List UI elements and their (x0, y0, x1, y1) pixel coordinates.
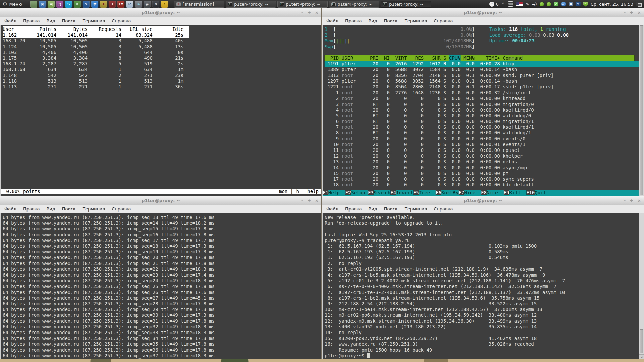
close-button[interactable]: × (315, 196, 319, 205)
menu-item[interactable]: Правка (23, 18, 40, 23)
menu-item[interactable]: Поиск (384, 18, 398, 23)
resize-grip[interactable]: ◢ (639, 354, 644, 359)
keyboard-layout-us-flag[interactable] (516, 2, 523, 6)
minimize-button[interactable]: – (624, 196, 626, 205)
menu-item[interactable]: Терминал (83, 206, 105, 212)
scrollbar-thumb[interactable] (640, 329, 643, 353)
sync-status-icon[interactable]: ✓ (561, 2, 566, 6)
skype-status-icon[interactable]: ✓ (554, 2, 558, 6)
chromium-icon[interactable] (569, 2, 573, 6)
launcher-filezilla[interactable]: Fz (117, 1, 124, 8)
scrollbar[interactable] (639, 213, 644, 359)
fkey-button-f10[interactable]: F10Quit (526, 190, 552, 196)
taskbar-button[interactable]: >p1ter@proxy: ~ (381, 1, 431, 8)
maximize-button[interactable]: + (630, 8, 633, 17)
maximize-button[interactable]: + (307, 196, 311, 205)
maximize-button[interactable]: + (307, 8, 311, 17)
fkey-button-f4[interactable]: F4Invert (390, 190, 413, 196)
close-button[interactable]: × (637, 8, 641, 17)
launcher-file-manager[interactable]: ▣ (48, 1, 55, 8)
shield-status-icon[interactable]: ✓ (583, 2, 588, 7)
chevron-up-icon[interactable]: ⌃ (501, 2, 505, 7)
process-row[interactable]: 15 root 20 0 0 0 0 S 0.0 0.0 0:00.00 pm (325, 171, 639, 176)
notification-count[interactable]: 6 (496, 2, 498, 7)
process-row[interactable]: 13 root 20 0 0 0 0 S 0.0 0.0 0:00.00 net… (325, 159, 639, 165)
taskbar-button[interactable]: >p1ter@proxy: ~ (277, 1, 328, 8)
minimize-button[interactable]: – (301, 8, 304, 17)
process-row[interactable]: 8 root RT 0 0 0 0 S 0.0 0.0 0:00.00 watc… (325, 130, 639, 136)
menu-item[interactable]: Файл (4, 18, 16, 23)
menu-item[interactable]: Терминал (83, 18, 105, 23)
launcher-postgresql[interactable]: P (126, 1, 133, 8)
process-row[interactable]: 6 root RT 0 0 0 0 S 0.0 0.0 0:00.00 migr… (325, 119, 639, 124)
fkey-button-f8[interactable]: F8Nice + (481, 190, 503, 196)
fkey-button-f5[interactable]: F5Tree (413, 190, 436, 196)
fkey-button-f7[interactable]: F7Nice - (459, 190, 481, 196)
process-row[interactable]: 9 root 20 0 0 0 0 S 0.0 0.0 0:00.00 even… (325, 136, 639, 142)
launcher-remote-viewer[interactable]: ✎ (83, 1, 90, 8)
titlebar[interactable]: p1ter@proxy: ~ – + × (0, 196, 321, 205)
chat-status-icon[interactable] (547, 2, 551, 6)
menu-item[interactable]: Вид (46, 18, 55, 23)
process-row[interactable]: 1389 p1ter 20 0 5688 3072 1584 S 0.0 0.1… (325, 67, 639, 72)
launcher-notes[interactable]: ! (161, 1, 168, 8)
minimize-button[interactable]: – (624, 8, 626, 17)
minimize-button[interactable]: – (301, 196, 304, 205)
launcher-media[interactable]: ◉ (144, 1, 151, 8)
fkey-button-f1[interactable]: F1Help (323, 190, 345, 196)
process-row[interactable]: 18 root 20 0 0 0 0 S 0.0 0.0 0:00.00 bdi… (325, 182, 639, 188)
fkey-button-f6[interactable]: F6SortBy (436, 190, 458, 196)
chat-status-icon[interactable] (540, 2, 544, 6)
menu-item[interactable]: Поиск (384, 206, 398, 212)
menu-item[interactable]: Вид (368, 206, 377, 212)
fkey-button-f9[interactable]: F9Kill (504, 190, 526, 196)
process-row[interactable]: 1191 p1ter 20 0 2616 1292 1012 R 0.0 0.0… (325, 61, 639, 67)
notification-badge-icon[interactable]: ! (489, 2, 494, 7)
clock[interactable]: Ср. сент. 25, 16:53 (591, 2, 633, 7)
menu-item[interactable]: Правка (345, 18, 362, 23)
process-row[interactable]: 11 root 20 0 0 0 0 S 0.0 0.0 0:00.00 cpu… (325, 147, 639, 153)
taskbar-button[interactable]: >p1ter@proxy: ~ (226, 1, 276, 8)
fkey-button-f2[interactable]: F2Setup (345, 190, 368, 196)
process-row[interactable]: 1297 p1ter 20 0 5688 3052 1564 S 0.0 0.1… (325, 78, 639, 84)
menu-item[interactable]: Справка (112, 18, 131, 23)
launcher-skype[interactable]: S (65, 1, 72, 8)
process-row[interactable]: 4 root 20 0 0 0 0 S 0.0 0.0 0:00.00 ksof… (325, 107, 639, 113)
menu-item[interactable]: Файл (4, 206, 16, 212)
launcher-messenger[interactable]: ;) (56, 1, 63, 8)
menu-item[interactable]: Правка (345, 206, 362, 212)
launcher-browser[interactable]: ◉ (39, 1, 46, 8)
process-row[interactable]: 10 root 20 0 0 0 0 S 0.0 0.0 0:00.01 eve… (325, 142, 639, 147)
process-row[interactable]: 1221 root 20 0 8564 2808 2148 S 0.0 0.1 … (325, 84, 639, 90)
process-row[interactable]: 1313 root 20 0 8356 2704 2148 S 0.0 0.1 … (325, 73, 639, 78)
show-desktop-button[interactable] (30, 1, 37, 8)
screen-draw-icon[interactable]: ✎ (576, 2, 581, 6)
menu-item[interactable]: Справка (434, 206, 453, 212)
launcher-package-manager[interactable]: ✚ (109, 1, 116, 8)
titlebar[interactable]: p1ter@proxy: ~ – + × (322, 196, 644, 205)
menu-item[interactable]: Справка (434, 18, 453, 23)
menu-item[interactable]: Справка (112, 206, 131, 212)
menu-item[interactable]: Поиск (62, 206, 76, 212)
process-row[interactable]: 1 root 20 0 2776 1648 1236 S 0.0 0.0 0:0… (325, 90, 639, 96)
taskbar-button[interactable]: >p1ter@proxy: ~ (329, 1, 379, 8)
menu-item[interactable]: Терминал (405, 206, 427, 212)
process-row[interactable]: 2 root 20 0 0 0 0 S 0.0 0.0 0:00.00 kthr… (325, 96, 639, 101)
process-row[interactable]: 17 root 20 0 0 0 0 S 0.0 0.0 0:00.00 syn… (325, 176, 639, 182)
menu-item[interactable]: Вид (368, 18, 377, 23)
menu-item[interactable]: Терминал (405, 18, 427, 23)
volume-icon[interactable]: ◄) (532, 2, 537, 7)
process-row[interactable]: 7 root 20 0 0 0 0 S 0.0 0.0 0:00.00 ksof… (325, 124, 639, 130)
launcher-xchat[interactable]: ✕ (74, 1, 81, 8)
fkey-button-f3[interactable]: F3Search (368, 190, 390, 196)
menu-item[interactable]: Поиск (62, 18, 76, 23)
launcher-system-monitor[interactable]: ∿ (135, 1, 142, 8)
maximize-button[interactable]: + (630, 196, 633, 205)
htop-column-header[interactable]: PID USER PRI NI VIRT RES SHR S CPU% MEM%… (325, 55, 634, 61)
menu-item[interactable]: Вид (46, 206, 55, 212)
titlebar[interactable]: p1ter@proxy: ~ – + × (0, 8, 321, 17)
scrollbar-thumb[interactable] (640, 25, 643, 195)
process-row[interactable]: 5 root RT 0 0 0 0 S 0.0 0.0 0:00.00 watc… (325, 113, 639, 119)
menu-button[interactable]: ⚙ Меню (1, 0, 25, 8)
process-row[interactable]: 3 root RT 0 0 0 0 S 0.0 0.0 0:00.00 migr… (325, 102, 639, 107)
